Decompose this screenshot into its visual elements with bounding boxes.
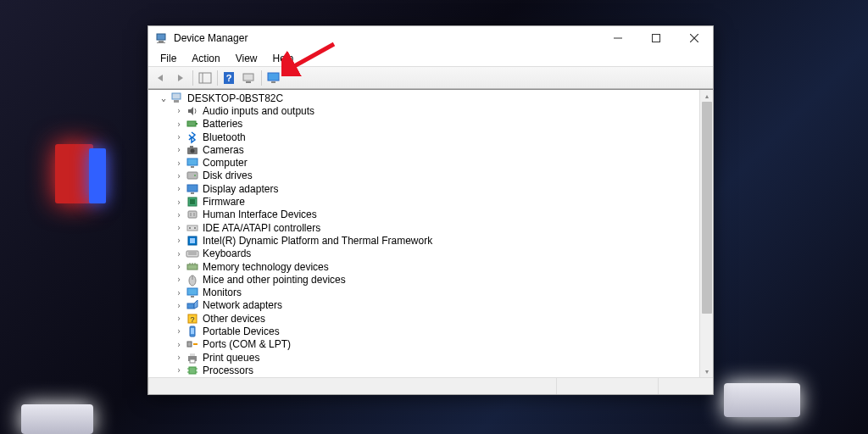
tree-root[interactable]: ⌄DESKTOP-0BST82C — [152, 92, 713, 104]
tree-category-label: Processors — [203, 364, 253, 376]
chevron-right-icon[interactable]: › — [174, 159, 184, 168]
device-tree[interactable]: ⌄DESKTOP-0BST82C›Audio inputs and output… — [148, 90, 713, 377]
tree-category[interactable]: ›Display adapters — [152, 182, 713, 195]
svg-rect-49 — [187, 303, 194, 309]
tree-category[interactable]: ›Mice and other pointing devices — [152, 273, 713, 286]
tree-category[interactable]: ›IDE ATA/ATAPI controllers — [152, 221, 713, 234]
tree-category[interactable]: ›Computer — [152, 156, 713, 169]
forward-button[interactable] — [171, 69, 190, 87]
chevron-right-icon[interactable]: › — [174, 314, 184, 323]
chevron-right-icon[interactable]: › — [174, 106, 184, 115]
scroll-thumb[interactable] — [702, 102, 712, 314]
titlebar[interactable]: Device Manager — [148, 26, 713, 50]
chevron-right-icon[interactable]: › — [174, 288, 184, 298]
close-button[interactable] — [675, 26, 713, 50]
chevron-right-icon[interactable]: › — [174, 353, 184, 362]
maximize-button[interactable] — [637, 26, 675, 50]
ide-icon — [186, 221, 199, 235]
tree-category-label: Network adapters — [203, 299, 282, 311]
menu-view[interactable]: View — [229, 52, 264, 65]
toolbar-separator — [192, 70, 193, 86]
toolbar-separator — [261, 70, 262, 86]
menu-file[interactable]: File — [153, 52, 183, 65]
window-title: Device Manager — [174, 32, 598, 44]
chevron-right-icon[interactable]: › — [174, 145, 184, 154]
tree-category-label: Other devices — [203, 313, 265, 325]
app-icon — [155, 31, 169, 45]
tree-category-label: Firmware — [203, 196, 245, 208]
svg-rect-37 — [190, 238, 195, 243]
tree-category-label: Display adapters — [203, 183, 278, 195]
tree-category[interactable]: ›Cameras — [152, 143, 713, 156]
svg-text:?: ? — [226, 73, 232, 83]
chevron-right-icon[interactable]: › — [174, 223, 184, 232]
svg-point-25 — [194, 175, 196, 176]
scroll-up-icon[interactable]: ▴ — [700, 90, 713, 102]
tree-category-label: Computer — [203, 157, 248, 169]
tree-category[interactable]: ›Audio inputs and outputs — [152, 104, 713, 117]
tree-category[interactable]: ›Processors — [152, 364, 713, 376]
svg-rect-53 — [191, 328, 194, 334]
svg-rect-17 — [187, 121, 196, 126]
device-manager-window: Device Manager File Action View Help ? — [147, 25, 714, 395]
tree-category[interactable]: ›Keyboards — [152, 248, 713, 260]
scrollbar[interactable]: ▴ ▾ — [699, 90, 713, 377]
minimize-button[interactable] — [598, 26, 637, 50]
chevron-down-icon[interactable]: ⌄ — [159, 93, 169, 103]
chevron-right-icon[interactable]: › — [174, 365, 184, 375]
svg-rect-47 — [187, 288, 198, 295]
intel-icon — [186, 234, 199, 248]
hid-icon — [186, 208, 199, 221]
chevron-right-icon[interactable]: › — [174, 198, 184, 207]
chevron-right-icon[interactable]: › — [174, 132, 184, 142]
tree-category[interactable]: ›Network adapters — [152, 299, 713, 312]
tree-category[interactable]: ›Bluetooth — [152, 131, 713, 143]
tree-category[interactable]: ›Intel(R) Dynamic Platform and Thermal F… — [152, 234, 713, 247]
tree-category[interactable]: ›Disk drives — [152, 170, 713, 182]
tree-category[interactable]: ›Monitors — [152, 286, 713, 298]
tree-category-label: Portable Devices — [203, 326, 280, 337]
svg-rect-33 — [187, 225, 198, 231]
chevron-right-icon[interactable]: › — [174, 262, 184, 271]
toolbar-separator — [217, 70, 218, 86]
tree-category-label: Bluetooth — [203, 131, 246, 143]
svg-rect-21 — [190, 146, 193, 147]
menu-action[interactable]: Action — [185, 52, 226, 65]
tree-category[interactable]: ›Firmware — [152, 195, 713, 208]
tree-category-label: Audio inputs and outputs — [203, 105, 314, 117]
monitor-action-button[interactable] — [264, 69, 283, 87]
chevron-right-icon[interactable]: › — [174, 340, 184, 349]
tree-category[interactable]: ›Human Interface Devices — [152, 209, 713, 221]
tree-category[interactable]: ›Ports (COM & LPT) — [152, 338, 713, 351]
show-hide-tree-button[interactable] — [196, 69, 214, 87]
scroll-down-icon[interactable]: ▾ — [700, 365, 713, 377]
chevron-right-icon[interactable]: › — [174, 120, 184, 129]
chevron-right-icon[interactable]: › — [174, 275, 184, 284]
toolbar: ? — [148, 67, 713, 89]
chevron-right-icon[interactable]: › — [174, 301, 184, 310]
chevron-right-icon[interactable]: › — [174, 184, 184, 193]
back-button[interactable] — [152, 69, 170, 87]
svg-rect-22 — [187, 159, 198, 165]
network-icon — [186, 298, 199, 312]
tree-category[interactable]: ›?Other devices — [152, 312, 713, 325]
help-button[interactable]: ? — [220, 69, 239, 87]
svg-rect-27 — [191, 192, 194, 194]
scan-hardware-button[interactable] — [240, 69, 259, 87]
menu-help[interactable]: Help — [266, 52, 301, 65]
chevron-right-icon[interactable]: › — [174, 236, 184, 245]
tree-category-label: Print queues — [203, 352, 259, 364]
chevron-right-icon[interactable]: › — [174, 249, 184, 259]
tree-category[interactable]: ›Print queues — [152, 351, 713, 364]
svg-rect-57 — [190, 353, 195, 356]
tree-category-label: Disk drives — [203, 170, 253, 181]
chevron-right-icon[interactable]: › — [174, 210, 184, 220]
other-icon: ? — [186, 312, 199, 326]
tree-category[interactable]: ›Memory technology devices — [152, 260, 713, 273]
disk-icon — [186, 169, 199, 182]
chevron-right-icon[interactable]: › — [174, 171, 184, 181]
svg-point-35 — [194, 227, 196, 229]
tree-category[interactable]: ›Portable Devices — [152, 325, 713, 337]
tree-category[interactable]: ›Batteries — [152, 118, 713, 131]
chevron-right-icon[interactable]: › — [174, 326, 184, 336]
